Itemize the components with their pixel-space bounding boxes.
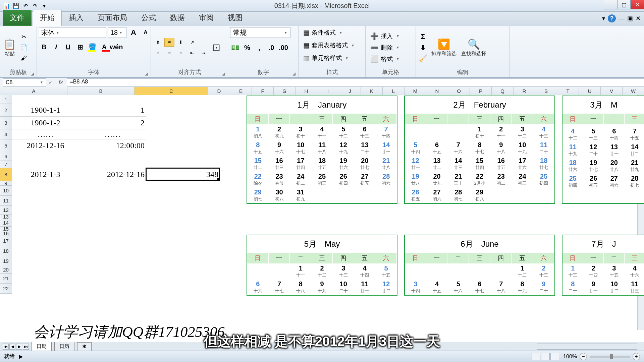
format-cells-button[interactable]: ⬜格式▼ <box>368 54 402 64</box>
row-header-13[interactable]: 13 <box>0 215 12 219</box>
col-header-F[interactable]: F <box>252 87 274 95</box>
row-header-8[interactable]: 8 <box>0 168 12 181</box>
window-restore-icon[interactable]: ▣ <box>627 15 633 22</box>
col-header-K[interactable]: K <box>361 87 383 95</box>
row-header-12[interactable]: 12 <box>0 206 12 215</box>
comma-icon[interactable]: , <box>254 43 264 53</box>
launcher-icon[interactable]: ◢ <box>292 71 296 76</box>
col-header-E[interactable]: E <box>230 87 252 95</box>
align-left-icon[interactable]: ≡ <box>153 49 163 57</box>
font-size-select[interactable]: 18▼ <box>108 27 126 38</box>
row-header-16[interactable]: 16 <box>0 231 12 236</box>
zoom-level[interactable]: 100% <box>563 354 577 360</box>
number-format-select[interactable]: 常规▼ <box>230 27 290 38</box>
row-header-1[interactable]: 1 <box>0 95 12 104</box>
redo-icon[interactable]: ↷ <box>31 2 39 10</box>
cell-A3[interactable]: 1900-1-2 <box>12 117 79 129</box>
cell-B8[interactable]: 2012-12-16 <box>79 168 146 181</box>
row-header-5[interactable]: 5 <box>0 139 12 152</box>
zoom-out-button[interactable]: − <box>580 353 587 360</box>
bold-button[interactable]: B <box>39 42 49 52</box>
font-color-button[interactable]: A <box>99 42 109 52</box>
nav-last-icon[interactable]: ⏭ <box>23 344 29 350</box>
window-min-icon[interactable]: — <box>619 15 625 22</box>
zoom-in-button[interactable]: + <box>633 353 640 360</box>
name-box[interactable]: C8▼ <box>3 78 46 86</box>
row-header-3[interactable]: 3 <box>0 117 12 129</box>
row-header-19[interactable]: 19 <box>0 256 12 266</box>
fx-icon[interactable]: fx <box>55 79 67 85</box>
indent-inc-icon[interactable]: ⇥ <box>199 49 209 57</box>
align-top-icon[interactable]: ⬆ <box>153 38 163 47</box>
launcher-icon[interactable]: ◢ <box>31 71 34 76</box>
col-header-R[interactable]: R <box>514 87 535 95</box>
col-header-J[interactable]: J <box>339 87 361 95</box>
nav-first-icon[interactable]: ⏮ <box>3 344 9 350</box>
minimize-ribbon-icon[interactable]: ▾ <box>602 15 605 22</box>
col-header-O[interactable]: O <box>448 87 470 95</box>
col-header-A[interactable]: A <box>0 87 67 95</box>
fill-icon[interactable]: ⬇ <box>418 43 428 53</box>
col-header-D[interactable]: D <box>208 87 230 95</box>
shrink-font-icon[interactable]: A <box>141 27 151 38</box>
horizontal-scrollbar[interactable] <box>537 344 637 350</box>
fill-color-button[interactable]: 🪣 <box>87 42 97 52</box>
col-header-M[interactable]: M <box>405 87 426 95</box>
currency-icon[interactable]: 💵 <box>230 43 240 53</box>
insert-cells-button[interactable]: ➕插入▼ <box>368 31 402 42</box>
tab-layout[interactable]: 页面布局 <box>91 10 134 26</box>
copy-icon[interactable]: 📄 <box>19 43 29 52</box>
row-header-10[interactable]: 10 <box>0 186 12 196</box>
tab-data[interactable]: 数据 <box>163 10 192 26</box>
formula-input[interactable]: =B8-A8 <box>67 78 644 86</box>
cell-B4[interactable]: …… <box>79 129 146 139</box>
align-center-icon[interactable]: ≡ <box>164 49 174 57</box>
table-format-button[interactable]: ▤套用表格格式▼ <box>301 40 357 51</box>
delete-cells-button[interactable]: ➖删除▼ <box>368 42 402 53</box>
col-header-W[interactable]: W <box>623 87 644 95</box>
align-right-icon[interactable]: ≡ <box>176 49 186 57</box>
format-painter-icon[interactable]: 🖌 <box>19 54 29 63</box>
tab-formula[interactable]: 公式 <box>134 10 163 26</box>
undo-icon[interactable]: ↶ <box>21 2 30 10</box>
zoom-slider[interactable] <box>590 356 630 358</box>
cond-format-button[interactable]: ▦条件格式▼ <box>301 27 345 38</box>
grow-font-icon[interactable]: A <box>128 27 139 38</box>
align-bottom-icon[interactable]: ⬇ <box>176 38 186 47</box>
row-header-17[interactable]: 17 <box>0 236 12 246</box>
align-middle-icon[interactable]: ≡ <box>164 38 174 47</box>
help-icon[interactable]: ? <box>608 14 616 22</box>
col-header-H[interactable]: H <box>296 87 317 95</box>
tab-review[interactable]: 审阅 <box>192 10 221 26</box>
underline-button[interactable]: U <box>63 42 73 52</box>
col-header-V[interactable]: V <box>601 87 623 95</box>
nav-prev-icon[interactable]: ◀ <box>9 344 15 350</box>
cancel-icon[interactable]: ✓ <box>46 79 55 85</box>
col-header-I[interactable]: I <box>317 87 339 95</box>
row-header-20[interactable]: 20 <box>0 266 12 274</box>
col-header-Q[interactable]: Q <box>492 87 514 95</box>
row-header-4[interactable]: 4 <box>0 129 12 139</box>
row-header-2[interactable]: 2 <box>0 104 12 117</box>
phonetic-button[interactable]: wén <box>111 42 121 52</box>
tab-file[interactable]: 文件 <box>3 10 32 26</box>
find-select-button[interactable]: 🔍查找和选择 <box>460 37 488 58</box>
sheet-tab-dates[interactable]: 日期 <box>32 342 52 351</box>
save-icon[interactable]: 💾 <box>12 2 20 10</box>
autosum-icon[interactable]: Σ <box>418 32 428 42</box>
new-sheet-icon[interactable]: ✱ <box>77 342 92 351</box>
minimize-button[interactable]: — <box>604 0 617 9</box>
wrap-merge-button[interactable]: ⊡ <box>211 40 222 55</box>
row-header-21[interactable]: 21 <box>0 274 12 284</box>
launcher-icon[interactable]: ◢ <box>145 71 148 76</box>
cut-icon[interactable]: ✂ <box>19 32 29 42</box>
cell-A2[interactable]: 1900-1-1 <box>12 104 79 117</box>
indent-dec-icon[interactable]: ⇤ <box>187 49 197 57</box>
col-header-G[interactable]: G <box>274 87 296 95</box>
page-layout-view-icon[interactable] <box>541 353 550 360</box>
row-header-6[interactable]: 6 <box>0 152 12 161</box>
paste-button[interactable]: 📋 粘贴 <box>2 37 17 58</box>
row-header-18[interactable]: 18 <box>0 246 12 256</box>
tab-view[interactable]: 视图 <box>221 10 250 26</box>
tab-insert[interactable]: 插入 <box>62 10 91 26</box>
